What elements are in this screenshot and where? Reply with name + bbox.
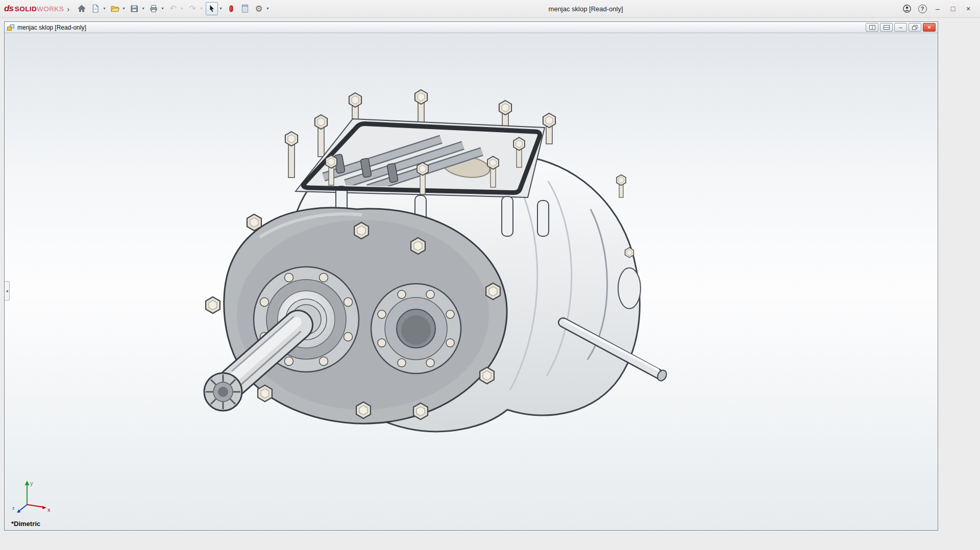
triad-x-label: x	[47, 507, 51, 513]
restore-icon	[912, 25, 918, 30]
open-button[interactable]	[109, 2, 121, 15]
orientation-triad[interactable]: y x z	[12, 475, 55, 518]
app-title-bar: ds SOLID WORKS › ▾	[0, 0, 980, 18]
new-document-dropdown[interactable]: ▾	[102, 2, 107, 15]
help-button[interactable]: ?	[915, 2, 930, 15]
dassault-logo: ds	[4, 4, 13, 14]
doc-close-button[interactable]: ×	[923, 23, 936, 32]
doc-restore-button[interactable]	[909, 23, 921, 32]
rebuild-icon	[227, 4, 236, 13]
file-properties-icon	[240, 4, 250, 13]
new-document-button[interactable]	[89, 2, 102, 15]
options-button[interactable]: ⚙	[253, 2, 265, 15]
print-icon	[149, 4, 158, 13]
quick-access-toolbar: ▾ ▾ ▾	[76, 0, 272, 17]
save-icon	[130, 4, 139, 13]
user-profile-icon	[902, 4, 912, 13]
window-tile-button-1[interactable]	[866, 23, 878, 32]
tile-vertical-icon	[869, 25, 875, 30]
app-minimize-button[interactable]: –	[930, 2, 945, 15]
undo-dropdown[interactable]: ▾	[179, 2, 185, 15]
undo-icon: ↶	[169, 5, 176, 13]
window-tile-button-2[interactable]	[880, 23, 893, 32]
home-button[interactable]	[76, 2, 88, 15]
collapse-arrow-icon: ◂	[6, 288, 8, 293]
save-dropdown[interactable]: ▾	[140, 2, 146, 15]
redo-button[interactable]: ↷	[186, 2, 199, 15]
select-tool-dropdown[interactable]: ▾	[218, 2, 224, 15]
triad-y-label: y	[30, 480, 33, 486]
gear-icon: ⚙	[255, 5, 263, 13]
redo-icon: ↷	[189, 5, 195, 13]
tile-horizontal-icon	[884, 25, 890, 30]
file-properties-button[interactable]	[239, 2, 251, 15]
doc-minimize-button[interactable]: –	[894, 23, 907, 32]
rebuild-button[interactable]	[225, 2, 237, 15]
solidworks-logo: ds SOLID WORKS	[4, 4, 64, 14]
document-title-bar[interactable]: menjac sklop [Read-only] – ×	[5, 22, 938, 33]
assembly-document-icon	[7, 23, 15, 32]
output-boss[interactable]	[371, 284, 461, 373]
home-icon	[77, 4, 86, 13]
graphics-viewport[interactable]: y x z *Dimetric ◂	[5, 33, 938, 530]
app-window-controls: ? – □ ×	[899, 2, 976, 15]
help-icon: ?	[918, 5, 927, 13]
open-dropdown[interactable]: ▾	[121, 2, 127, 15]
select-arrow-icon	[207, 4, 216, 13]
document-window: menjac sklop [Read-only] – ×	[4, 21, 938, 531]
new-document-icon	[91, 4, 100, 13]
undo-button[interactable]: ↶	[167, 2, 179, 15]
document-title: menjac sklop [Read-only]	[17, 24, 864, 31]
menu-expand-arrow-icon[interactable]: ›	[67, 5, 69, 13]
save-button[interactable]	[128, 2, 140, 15]
app-close-button[interactable]: ×	[961, 2, 976, 15]
app-window-title: menjac sklop [Read-only]	[549, 5, 623, 13]
print-dropdown[interactable]: ▾	[160, 2, 165, 15]
triad-z-label: z	[12, 506, 15, 511]
view-orientation-label: *Dimetric	[11, 520, 40, 528]
open-folder-icon	[110, 4, 119, 13]
user-profile-button[interactable]	[899, 2, 915, 15]
options-dropdown[interactable]: ▾	[265, 2, 271, 15]
splined-shaft-end	[204, 373, 242, 411]
print-button[interactable]	[148, 2, 160, 15]
redo-dropdown[interactable]: ▾	[199, 2, 204, 15]
gearbox-model[interactable]	[5, 33, 938, 530]
title-zone: menjac sklop [Read-only]	[272, 5, 899, 13]
select-tool-button[interactable]	[206, 2, 218, 15]
panel-collapse-tab[interactable]: ◂	[5, 281, 10, 301]
app-maximize-button[interactable]: □	[945, 2, 961, 15]
